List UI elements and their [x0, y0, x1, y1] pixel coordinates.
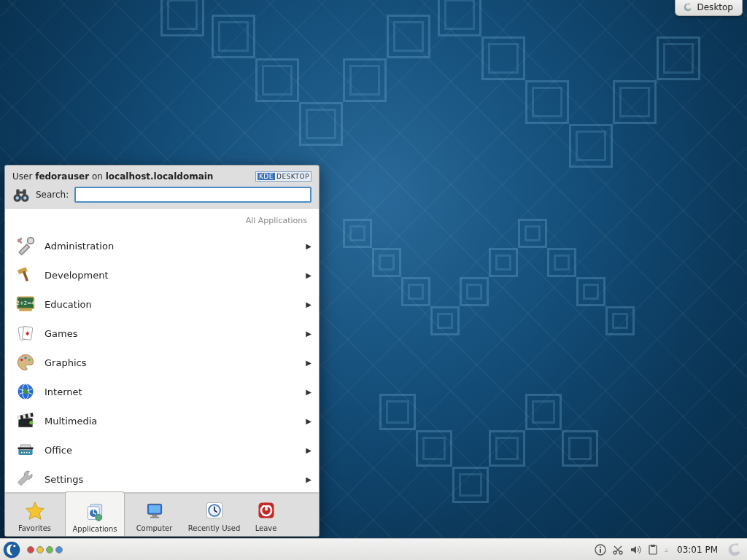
clock-icon: [202, 498, 227, 523]
svg-text:2+2=4: 2+2=4: [16, 300, 35, 306]
svg-point-50: [4, 541, 20, 558]
category-label: Development: [44, 270, 297, 281]
kickoff-body: All Applications Administration▶Developm…: [5, 208, 319, 493]
svg-point-33: [23, 452, 25, 454]
svg-point-17: [20, 359, 23, 362]
svg-point-5: [16, 196, 20, 200]
category-label: Internet: [44, 386, 297, 397]
panel-cashew-icon[interactable]: [727, 542, 743, 558]
svg-point-35: [28, 452, 30, 454]
tray-info-icon[interactable]: [595, 544, 606, 556]
svg-point-20: [20, 364, 23, 367]
power-icon: [254, 498, 279, 523]
svg-rect-53: [600, 549, 601, 553]
chevron-right-icon: ▶: [306, 417, 311, 425]
category-item-office[interactable]: Office▶: [5, 435, 319, 464]
tray-expand-icon[interactable]: ▵: [665, 545, 668, 553]
typewriter-icon: [15, 440, 36, 460]
desktop-toolbox-label: Desktop: [697, 2, 734, 12]
category-list-scroll[interactable]: Administration▶Development▶2+2=4Educatio…: [5, 231, 319, 492]
category-item-settings[interactable]: Settings▶: [5, 464, 319, 492]
svg-point-51: [13, 545, 15, 547]
search-input[interactable]: [74, 187, 311, 203]
svg-rect-13: [19, 309, 32, 311]
svg-point-6: [23, 196, 27, 200]
category-label: Multimedia: [44, 416, 297, 427]
svg-point-28: [29, 421, 33, 424]
chalkboard-icon: 2+2=4: [15, 294, 36, 314]
star-icon: [23, 498, 47, 523]
hammer-icon: [15, 265, 36, 285]
svg-rect-8: [18, 267, 28, 274]
category-item-education[interactable]: 2+2=4Education▶: [5, 289, 319, 319]
category-item-internet[interactable]: Internet▶: [5, 377, 319, 406]
svg-point-18: [24, 357, 27, 359]
category-item-development[interactable]: Development▶: [5, 260, 319, 289]
tab-label: Favorites: [18, 524, 51, 532]
desktop-toolbox-button[interactable]: Desktop: [675, 0, 743, 16]
apps-icon: [82, 499, 107, 524]
host-name: localhost.localdomain: [106, 171, 214, 182]
user-middle: on: [89, 171, 106, 182]
kickoff-launcher-button[interactable]: [1, 540, 22, 559]
kde-desktop-badge: KDEDESKTOP: [255, 171, 311, 182]
svg-rect-4: [19, 192, 23, 194]
svg-rect-31: [18, 448, 34, 450]
category-item-graphics[interactable]: Graphics▶: [5, 348, 319, 377]
tab-recently-used[interactable]: Recently Used: [185, 494, 244, 536]
svg-rect-9: [23, 271, 28, 281]
category-item-administration[interactable]: Administration▶: [5, 231, 319, 260]
svg-point-39: [96, 514, 102, 521]
tray-scissors-icon[interactable]: [612, 544, 624, 556]
svg-point-34: [26, 452, 28, 454]
pager-desktop-4[interactable]: [55, 546, 63, 553]
category-label: Administration: [44, 241, 297, 252]
breadcrumb[interactable]: All Applications: [5, 209, 319, 231]
tab-label: Leave: [255, 524, 277, 532]
clapper-icon: [15, 411, 36, 431]
panel-clock[interactable]: 03:01 PM: [674, 545, 721, 555]
category-label: Graphics: [44, 357, 297, 368]
kickoff-menu: User fedorauser on localhost.localdomain…: [4, 165, 320, 537]
pager-desktop-1[interactable]: [27, 546, 34, 553]
cashew-icon: [683, 2, 693, 12]
globe-icon: [15, 381, 36, 402]
chevron-right-icon: ▶: [306, 388, 311, 396]
category-item-games[interactable]: ♦Games▶: [5, 319, 319, 348]
desktop-pager[interactable]: [27, 546, 63, 553]
svg-rect-49: [263, 503, 268, 506]
palette-icon: [15, 352, 36, 373]
tab-leave[interactable]: Leave: [244, 494, 288, 536]
wrench-icon: [15, 469, 36, 489]
kickoff-tabs: FavoritesApplicationsComputerRecently Us…: [5, 493, 319, 536]
user-host-line: User fedorauser on localhost.localdomain…: [12, 171, 311, 182]
user-prefix: User: [12, 171, 35, 182]
chevron-right-icon: ▶: [306, 475, 311, 483]
category-item-multimedia[interactable]: Multimedia▶: [5, 406, 319, 435]
tab-computer[interactable]: Computer: [125, 494, 185, 536]
svg-rect-41: [149, 505, 160, 513]
chevron-right-icon: ▶: [306, 330, 311, 338]
task-panel: ▵ 03:01 PM: [0, 538, 747, 560]
svg-point-54: [600, 546, 601, 548]
search-label: Search:: [36, 190, 69, 200]
tools-icon: [15, 236, 36, 256]
svg-point-7: [28, 238, 34, 244]
chevron-right-icon: ▶: [306, 242, 311, 250]
category-label: Settings: [44, 474, 297, 485]
tab-favorites[interactable]: Favorites: [5, 494, 65, 536]
tab-applications[interactable]: Applications: [65, 491, 125, 536]
svg-point-19: [28, 359, 31, 362]
chevron-right-icon: ▶: [306, 271, 311, 279]
tray-volume-icon[interactable]: [630, 544, 641, 556]
kickoff-header: User fedorauser on localhost.localdomain…: [5, 166, 319, 208]
category-label: Office: [44, 445, 297, 456]
pager-desktop-3[interactable]: [46, 546, 53, 553]
svg-rect-42: [152, 515, 157, 517]
binoculars-icon: [12, 186, 30, 203]
pager-desktop-2[interactable]: [36, 546, 44, 553]
chevron-right-icon: ▶: [306, 359, 311, 367]
svg-text:♦: ♦: [24, 330, 31, 338]
tray-clipboard-icon[interactable]: [647, 544, 659, 556]
svg-rect-58: [651, 545, 655, 547]
